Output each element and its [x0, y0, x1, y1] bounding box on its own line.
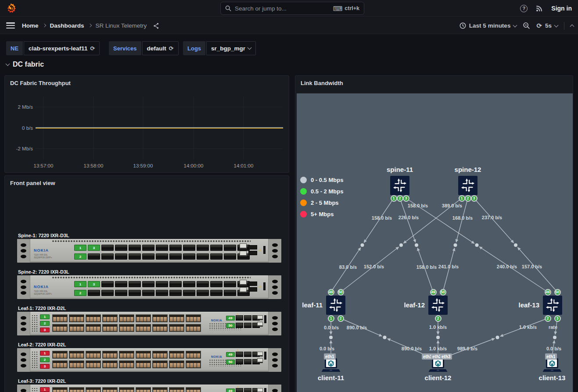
port-indicator-50: 50 — [226, 323, 235, 328]
copper-port — [153, 352, 156, 358]
copper-port — [140, 352, 143, 358]
copper-group — [86, 387, 101, 392]
breadcrumb-home[interactable]: Home — [22, 22, 39, 29]
rack-hole — [272, 285, 278, 289]
copper-port — [153, 315, 156, 321]
refresh-picker[interactable]: ⟳ 5s — [536, 22, 558, 30]
topology-node-client-12[interactable] — [428, 358, 448, 375]
variable-refresh-icon[interactable]: ⟳ — [90, 45, 95, 52]
search-input[interactable] — [235, 5, 330, 12]
copper-port — [114, 352, 117, 358]
svg-text:13:58:00: 13:58:00 — [84, 163, 104, 168]
grafana-logo-icon[interactable] — [5, 3, 17, 14]
top-nav: ⌨ ctrl+k ? Sign in — [0, 0, 578, 17]
help-icon[interactable]: ? — [520, 5, 528, 12]
usb-slot — [264, 352, 266, 360]
copper-port — [140, 388, 143, 392]
sfp-section: 4950 — [226, 315, 260, 328]
model-text: 32QSFP28 2SFP+ — [34, 292, 64, 295]
variable-logs-value[interactable]: sr_bgp_mgr — [206, 41, 256, 55]
rj45-port — [240, 243, 247, 249]
copper-port — [64, 352, 67, 358]
search-bar[interactable]: ⌨ ctrl+k — [220, 2, 364, 15]
rack-hole — [272, 316, 278, 320]
topology-node-client-11[interactable] — [321, 358, 341, 375]
qsfp-port — [101, 290, 114, 296]
copper-group — [52, 387, 68, 392]
qsfp-port — [142, 253, 154, 260]
share-icon[interactable] — [153, 22, 160, 29]
refresh-interval-label: 5s — [545, 22, 552, 29]
copper-port — [144, 325, 147, 331]
legend-color-dot — [300, 211, 307, 217]
zoom-out-icon[interactable] — [523, 22, 530, 29]
switch-face: 123NOKIA⚠4950 — [30, 348, 268, 372]
topology-node-leaf-13[interactable] — [543, 296, 562, 315]
copper-port — [147, 315, 150, 321]
variable-services: Services default ⟳ — [109, 41, 179, 55]
panel-title[interactable]: Front panel view — [10, 180, 55, 186]
variable-services-value[interactable]: default ⟳ — [142, 41, 179, 55]
copper-port — [157, 361, 160, 367]
qsfp-port — [197, 253, 209, 260]
rj45-column — [240, 280, 247, 293]
port-badge-leaf-11-1: 1 — [328, 315, 334, 322]
copper-port — [194, 315, 197, 321]
breadcrumb-dashboards[interactable]: Dashboards — [50, 22, 84, 29]
sfp-port — [236, 323, 243, 328]
router-arrows-icon — [328, 297, 344, 313]
topology-node-spine-11[interactable] — [390, 176, 409, 195]
sfp-port — [236, 352, 243, 357]
eth-badge-client-12-eth3: eth3 — [440, 353, 452, 360]
copper-port — [140, 315, 143, 321]
panel-title[interactable]: Link Bandwidth — [301, 80, 343, 86]
topology-node-client-13[interactable] — [542, 358, 562, 375]
rack-hole — [21, 389, 26, 392]
port-indicator-1: 1 — [40, 387, 50, 392]
copper-port — [177, 315, 180, 321]
row-dc-fabric[interactable]: DC fabric — [6, 61, 44, 68]
qsfp-port — [169, 245, 182, 251]
variable-refresh-icon[interactable]: ⟳ — [169, 45, 174, 52]
copper-port — [90, 352, 93, 358]
refresh-icon[interactable]: ⟳ — [536, 22, 542, 30]
rack-hole — [21, 291, 26, 295]
topology-node-leaf-12[interactable] — [428, 296, 448, 315]
switch-front-4: Leaf-2: 7220 IXR-D2L123NOKIA⚠4950 — [17, 342, 283, 372]
copper-group — [152, 314, 168, 322]
menu-toggle-icon[interactable] — [6, 22, 15, 29]
sfp-row: 49 — [226, 388, 260, 392]
rj45-port — [257, 388, 263, 392]
topology-node-leaf-11[interactable] — [326, 296, 345, 315]
mgmt-ports: ⚠ — [240, 243, 266, 257]
qsfp-port — [101, 245, 114, 251]
copper-group — [52, 360, 68, 368]
copper-group — [119, 314, 134, 322]
qsfp-port — [115, 245, 127, 251]
usb-slot — [264, 315, 266, 323]
time-range-picker[interactable]: Last 5 minutes — [460, 22, 517, 29]
copper-port — [136, 325, 140, 331]
qsfp-port — [115, 253, 127, 260]
topology-node-spine-12[interactable] — [458, 176, 477, 195]
collapse-toolbar-icon[interactable] — [570, 24, 574, 29]
rack-hole — [21, 328, 26, 331]
copper-port — [103, 361, 106, 367]
legend-item: 0 - 0.5 Mbps — [300, 177, 343, 183]
copper-port — [136, 361, 140, 367]
copper-port — [86, 361, 90, 367]
copper-group — [136, 387, 151, 392]
news-rss-icon[interactable] — [535, 4, 543, 12]
rack-hole — [21, 353, 26, 356]
copper-port — [173, 352, 176, 358]
link-rate-label: 157.0 b/s — [522, 264, 542, 269]
copper-port — [197, 352, 200, 358]
switch-chassis: NOKIA7220 IXR-D3L32QSFP28 2SFP+132⚠ — [17, 239, 281, 263]
copper-port — [130, 361, 133, 367]
copper-rows — [52, 351, 201, 368]
variable-ne-value[interactable]: clab-srexperts-leaf11 ⟳ — [24, 41, 100, 55]
time-controls: Last 5 minutes ⟳ 5s — [460, 17, 574, 34]
sign-in-link[interactable]: Sign in — [551, 5, 572, 12]
sfp-slot-column — [248, 245, 257, 255]
copper-group — [152, 360, 168, 368]
